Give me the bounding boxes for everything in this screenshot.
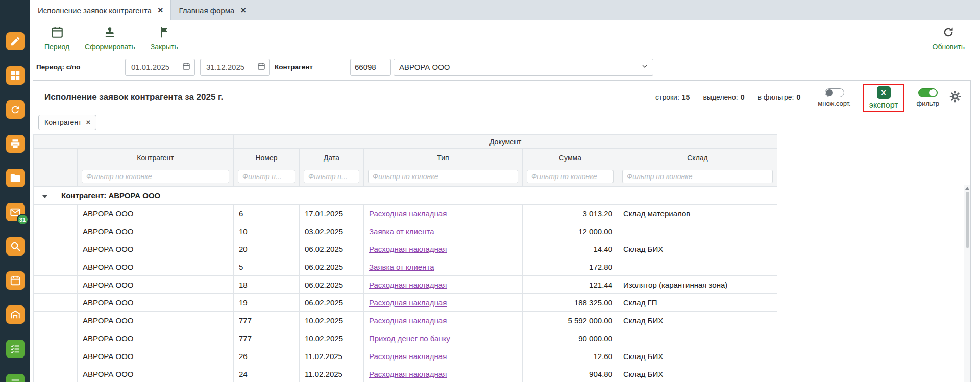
doc-type-link[interactable]: Расходная накладная (369, 281, 447, 289)
cell-type: Расходная накладная (364, 365, 523, 382)
contractor-label: Контрагент (273, 63, 350, 71)
col-warehouse[interactable]: Склад (618, 149, 777, 166)
calendar-icon[interactable] (6, 271, 24, 290)
period-range-label: Период: с/по (36, 63, 125, 71)
date-to-value[interactable] (205, 62, 257, 72)
cell-type: Приход денег по банку (364, 329, 523, 347)
table-row[interactable]: АВРОРА ООО 10 03.02.2025 Заявка от клиен… (34, 222, 777, 240)
doc-type-link[interactable]: Расходная накладная (369, 298, 447, 307)
doc-type-link[interactable]: Расходная накладная (369, 352, 447, 361)
multisort-toggle[interactable] (825, 88, 844, 97)
calendar-icon[interactable] (182, 62, 190, 72)
report-table: Документ Контрагент Номер Дата Тип Сумма… (33, 134, 777, 382)
main-area: Исполнение заявок контрагента × Главная … (30, 0, 980, 382)
filtered-count: 0 (796, 93, 800, 101)
edit-icon[interactable] (6, 32, 24, 50)
col-contractor[interactable]: Контрагент (78, 149, 234, 166)
cell-number: 6 (234, 205, 300, 222)
cell-type: Заявка от клиента (364, 222, 523, 240)
filter-bar: Период: с/по Контрагент АВРОРА ООО (30, 56, 980, 80)
settings-button[interactable] (948, 90, 962, 106)
filter-sum-input[interactable] (527, 170, 614, 183)
calendar-icon[interactable] (257, 62, 265, 72)
stats: строки:15 выделено:0 в фильтре:0 (655, 93, 800, 101)
filter-number-input[interactable] (238, 170, 295, 183)
caret-down-icon[interactable] (42, 195, 47, 198)
date-from-value[interactable] (130, 62, 182, 72)
period-button[interactable]: Период (44, 26, 69, 51)
table-row[interactable]: АВРОРА ООО 26 11.02.2025 Расходная накла… (34, 347, 777, 365)
table-row[interactable]: АВРОРА ООО 5 06.02.2025 Заявка от клиент… (34, 258, 777, 276)
doc-type-link[interactable]: Расходная накладная (369, 209, 447, 218)
date-to-input[interactable] (200, 59, 270, 76)
export-label: экспорт (869, 100, 898, 110)
cell-expander (34, 347, 56, 365)
cell-expander (34, 205, 56, 222)
cell-date: 06.02.2025 (300, 276, 364, 294)
tab-main-form[interactable]: Главная форма × (171, 0, 254, 20)
tab-report[interactable]: Исполнение заявок контрагента × (30, 0, 171, 20)
group-row[interactable]: Контрагент: АВРОРА ООО (34, 187, 777, 205)
scrollbar-thumb[interactable] (966, 192, 969, 248)
table-row[interactable]: АВРОРА ООО 24 11.02.2025 Расходная накла… (34, 365, 777, 382)
table-row[interactable]: АВРОРА ООО 20 06.02.2025 Расходная накла… (34, 240, 777, 258)
search-icon[interactable] (6, 237, 24, 256)
vertical-scrollbar[interactable] (964, 185, 970, 382)
col-date[interactable]: Дата (300, 149, 364, 166)
filter-warehouse-input[interactable] (622, 170, 773, 183)
cell-select (56, 205, 78, 222)
cell-date: 06.02.2025 (300, 258, 364, 276)
filter-toggle[interactable] (918, 88, 938, 97)
group-expander[interactable] (34, 187, 56, 205)
mail-icon[interactable]: 31 (6, 203, 24, 221)
menu-icon[interactable] (6, 374, 24, 382)
table-row[interactable]: АВРОРА ООО 777 10.02.2025 Приход денег п… (34, 329, 777, 347)
doc-type-link[interactable]: Заявка от клиента (369, 227, 434, 236)
doc-type-link[interactable]: Заявка от клиента (369, 263, 434, 271)
cell-warehouse: Изолятор (карантинная зона) (618, 276, 777, 294)
selected-stat: выделено:0 (703, 93, 744, 101)
chevron-down-icon[interactable] (641, 62, 649, 72)
close-button[interactable]: Закрыть (151, 26, 178, 51)
folder-icon[interactable] (6, 169, 24, 187)
tab-close-icon[interactable]: × (240, 6, 246, 15)
table-row[interactable]: АВРОРА ООО 18 06.02.2025 Расходная накла… (34, 276, 777, 294)
filter-type-input[interactable] (368, 170, 518, 183)
col-number[interactable]: Номер (234, 149, 300, 166)
cell-warehouse: Склад БИХ (618, 347, 777, 365)
doc-type-link[interactable]: Расходная накладная (369, 316, 447, 325)
filtered-stat: в фильтре:0 (758, 93, 801, 101)
rows-count: 15 (682, 93, 690, 101)
cell-sum: 3 013.20 (523, 205, 618, 222)
group-chip-contractor[interactable]: Контрагент × (38, 115, 96, 130)
doc-type-link[interactable]: Расходная накладная (369, 370, 447, 378)
sync-icon[interactable] (6, 100, 24, 119)
contractor-code-input[interactable] (350, 59, 391, 76)
tab-close-icon[interactable]: × (158, 6, 163, 15)
table-row[interactable]: АВРОРА ООО 19 06.02.2025 Расходная накла… (34, 294, 777, 312)
scroll-up-arrow[interactable] (965, 187, 969, 190)
filter-date-input[interactable] (304, 170, 359, 183)
chip-close-icon[interactable]: × (86, 118, 90, 126)
report-panel: Исполнение заявок контрагента за 2025 г.… (33, 80, 971, 382)
tasks-icon[interactable] (6, 340, 24, 358)
cell-sum: 90 000.00 (523, 329, 618, 347)
refresh-button[interactable]: Обновить (933, 26, 965, 51)
cell-contractor: АВРОРА ООО (78, 329, 234, 347)
date-from-input[interactable] (125, 59, 195, 76)
modules-icon[interactable] (6, 66, 24, 85)
cell-contractor: АВРОРА ООО (78, 240, 234, 258)
contractor-select[interactable]: АВРОРА ООО (394, 59, 653, 76)
export-button[interactable]: X экспорт (863, 84, 904, 112)
doc-type-link[interactable]: Расходная накладная (369, 245, 447, 253)
table-row[interactable]: АВРОРА ООО 6 17.01.2025 Расходная наклад… (34, 205, 777, 222)
filter-contractor-input[interactable] (82, 170, 229, 183)
print-icon[interactable] (6, 135, 24, 153)
doc-type-link[interactable]: Приход денег по банку (369, 334, 450, 343)
cell-number: 24 (234, 365, 300, 382)
col-sum[interactable]: Сумма (523, 149, 618, 166)
col-type[interactable]: Тип (364, 149, 523, 166)
table-row[interactable]: АВРОРА ООО 777 10.02.2025 Расходная накл… (34, 312, 777, 329)
warehouse-icon[interactable] (6, 305, 24, 324)
generate-button[interactable]: Сформировать (85, 26, 135, 51)
